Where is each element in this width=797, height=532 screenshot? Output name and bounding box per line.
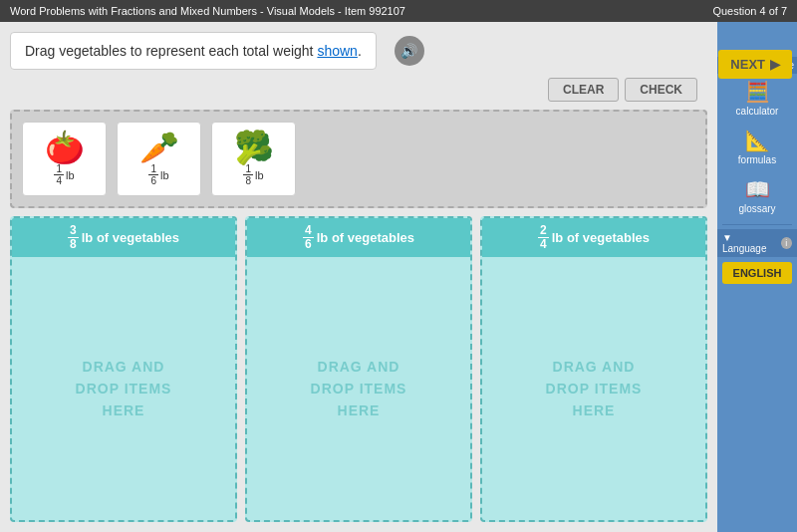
language-header[interactable]: ▼ Language i bbox=[717, 229, 797, 257]
drop-zone-3-body: DRAG ANDDROP ITEMSHERE bbox=[482, 257, 705, 520]
instruction-box: Drag vegetables to represent each total … bbox=[10, 32, 377, 70]
drop-zone-1-label: lb of vegetables bbox=[82, 230, 179, 245]
drop-zone-3-label: lb of vegetables bbox=[552, 230, 650, 245]
instruction-text: Drag vegetables to represent each total … bbox=[25, 43, 317, 59]
formulas-label: formulas bbox=[738, 154, 776, 165]
drop-zone-2[interactable]: 4 6 lb of vegetables DRAG ANDDROP ITEMSH… bbox=[245, 216, 472, 522]
next-icon: ▶ bbox=[770, 57, 780, 72]
drop-zone-1-body: DRAG ANDDROP ITEMSHERE bbox=[12, 257, 235, 520]
calculator-icon: 🧮 bbox=[745, 80, 770, 104]
question-progress: Question 4 of 7 bbox=[712, 5, 787, 17]
items-tray: 🍅 1 4 lb 🥕 1 6 lb bbox=[10, 110, 707, 208]
audio-button[interactable]: 🔊 bbox=[395, 36, 424, 66]
drop-zone-3-header: 2 4 lb of vegetables bbox=[482, 218, 705, 257]
formulas-button[interactable]: 📐 formulas bbox=[717, 123, 797, 171]
clear-button[interactable]: CLEAR bbox=[548, 78, 619, 102]
calculator-button[interactable]: 🧮 calculator bbox=[717, 74, 797, 123]
glossary-icon: 📖 bbox=[745, 177, 770, 201]
info-icon: i bbox=[781, 237, 792, 249]
next-button[interactable]: NEXT ▶ bbox=[718, 50, 792, 79]
sidebar: NEXT ▶ ▼ 🗒 ▼ 📋Reference Reference 🧮 calc… bbox=[717, 22, 797, 532]
glossary-button[interactable]: 📖 glossary bbox=[717, 171, 797, 220]
drop-zones-container: 3 8 lb of vegetables DRAG ANDDROP ITEMSH… bbox=[10, 216, 707, 522]
drop-zone-1[interactable]: 3 8 lb of vegetables DRAG ANDDROP ITEMSH… bbox=[10, 216, 237, 522]
formulas-icon: 📐 bbox=[745, 129, 770, 152]
glossary-label: glossary bbox=[738, 203, 775, 214]
check-button[interactable]: CHECK bbox=[625, 78, 697, 102]
calculator-label: calculator bbox=[736, 106, 779, 117]
instruction-link[interactable]: shown bbox=[317, 43, 357, 59]
broccoli-icon: 🥦 bbox=[234, 132, 274, 163]
veggie-carrot[interactable]: 🥕 1 6 lb bbox=[117, 122, 201, 196]
carrot-icon: 🥕 bbox=[139, 132, 179, 163]
drop-zone-1-header: 3 8 lb of vegetables bbox=[12, 218, 235, 257]
drop-zone-2-header: 4 6 lb of vegetables bbox=[247, 218, 470, 257]
tomato-icon: 🍅 bbox=[45, 132, 85, 163]
drop-zone-3[interactable]: 2 4 lb of vegetables DRAG ANDDROP ITEMSH… bbox=[480, 216, 707, 522]
language-button[interactable]: ENGLISH bbox=[722, 262, 792, 284]
sidebar-divider bbox=[722, 224, 792, 225]
drop-zone-2-label: lb of vegetables bbox=[317, 230, 414, 245]
veggie-tomato[interactable]: 🍅 1 4 lb bbox=[22, 122, 107, 196]
drop-zone-2-body: DRAG ANDDROP ITEMSHERE bbox=[247, 257, 470, 520]
page-title: Word Problems with Fractions and Mixed N… bbox=[10, 5, 405, 17]
veggie-broccoli[interactable]: 🥦 1 8 lb bbox=[211, 122, 296, 196]
